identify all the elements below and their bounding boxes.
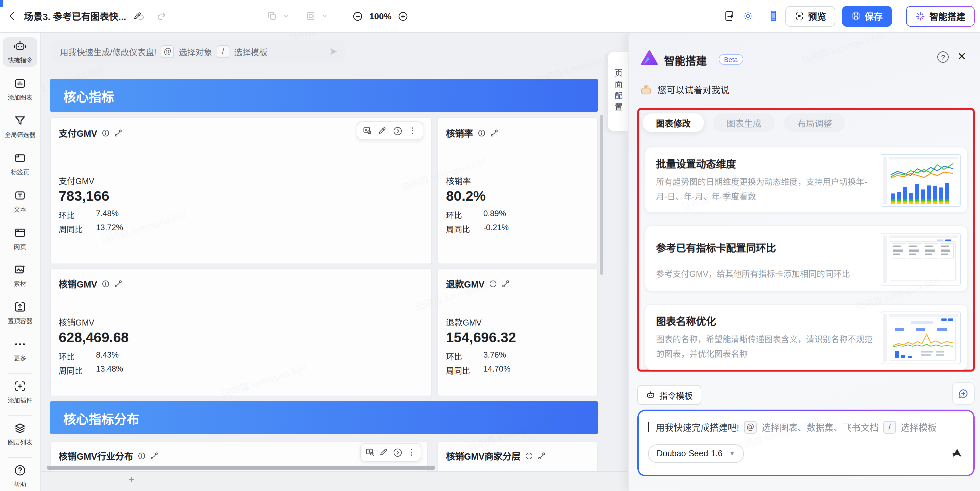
- undo-icon[interactable]: [135, 10, 146, 22]
- slash-label[interactable]: 选择模板: [900, 420, 937, 434]
- page-config-tab[interactable]: 页面配置: [608, 52, 628, 131]
- sidebar-item-help[interactable]: 帮助: [3, 462, 37, 491]
- at-chip[interactable]: @: [161, 45, 174, 58]
- suggestion-chart-name-optimize[interactable]: 图表名称优化 图表的名称，希望能清晰传递图表含义，请识别名称不规范的图表，并优化…: [645, 304, 968, 370]
- sidebar-item-text[interactable]: 文本: [3, 187, 37, 216]
- chevron-down-icon[interactable]: [321, 13, 328, 19]
- tab-layout-adjust[interactable]: 布局调整: [784, 113, 845, 132]
- horizontal-scrollbar[interactable]: [47, 465, 435, 470]
- expand-icon[interactable]: [392, 447, 402, 457]
- sidebar-item-assets[interactable]: 素材: [3, 261, 37, 290]
- chart-query-icon[interactable]: [363, 126, 372, 136]
- sidebar-item-webpage[interactable]: 网页: [3, 224, 37, 253]
- info-icon[interactable]: [101, 279, 110, 288]
- lineage-icon[interactable]: [537, 451, 546, 460]
- metric-label: 支付GMV: [59, 174, 123, 187]
- zoom-in-icon[interactable]: [398, 10, 409, 22]
- sidebar-item-label: 图层列表: [8, 438, 32, 447]
- metric-label: 核销率: [446, 174, 509, 187]
- vertical-scrollbar[interactable]: [600, 115, 603, 275]
- metric-card-redeem-rate[interactable]: 核销率 核销率 80.2% 环比0.89% 周同比-0.21%: [438, 117, 598, 264]
- edit-icon[interactable]: [378, 126, 387, 136]
- info-icon[interactable]: [137, 451, 146, 460]
- info-icon[interactable]: [488, 279, 497, 288]
- sidebar-item-add-chart[interactable]: 添加图表: [3, 75, 37, 104]
- tab-label: 图表修改: [656, 116, 690, 129]
- sidebar-item-global-filter[interactable]: 全局筛选器: [3, 112, 37, 142]
- suggestion-dynamic-dimension[interactable]: 批量设置动态维度 所有趋势图的日期维度更换为动态维度，支持用户切换年-月-日、年…: [645, 147, 968, 213]
- lineage-icon[interactable]: [150, 451, 159, 460]
- new-chat-button[interactable]: [952, 382, 975, 405]
- zoom-level[interactable]: 100%: [369, 11, 392, 21]
- slash-chip[interactable]: /: [217, 45, 229, 58]
- tabs-icon: [13, 151, 27, 164]
- more-icon: [13, 338, 27, 351]
- zoom-out-icon[interactable]: [352, 10, 363, 22]
- more-menu-icon[interactable]: [408, 126, 417, 136]
- top-bar: 场景3. 参考已有图表快... 100% 预览: [0, 0, 980, 33]
- tab-chart-modify[interactable]: 图表修改: [643, 113, 704, 132]
- back-icon[interactable]: [7, 11, 18, 21]
- chart-card-merchant-tier[interactable]: 核销GMV商家分层: [438, 441, 598, 471]
- section-banner-core-distribution[interactable]: 核心指标分布: [50, 401, 598, 434]
- sidebar-item-add-plugin[interactable]: 添加插件: [3, 378, 37, 407]
- send-button[interactable]: [951, 447, 964, 460]
- input-placeholder: 用我快速完成搭建吧!: [655, 420, 739, 434]
- lineage-icon[interactable]: [114, 128, 123, 137]
- card-title: 核销率: [446, 126, 473, 139]
- group-icon[interactable]: [305, 11, 316, 21]
- info-icon[interactable]: [477, 128, 486, 137]
- canvas-ai-input[interactable]: 用我快速生成/修改仪表盘! @ 选择对象 / 选择模板 ➤: [52, 40, 345, 63]
- at-chip[interactable]: @: [744, 421, 757, 433]
- select-template-label[interactable]: 选择模板: [234, 45, 267, 58]
- slash-chip[interactable]: /: [883, 421, 896, 433]
- model-selector[interactable]: Doubao-Seed-1.6 ▼: [648, 444, 744, 463]
- sidebar-item-pinned-container[interactable]: 置顶容器: [3, 298, 37, 328]
- metric-card-refund-gmv[interactable]: 退款GMV 退款GMV 154,696.32 环比3.76% 周同比14.70%: [438, 268, 598, 396]
- export-icon[interactable]: [723, 10, 735, 22]
- section-title: 核心指标分布: [63, 409, 139, 427]
- suggestion-reference-metric-card[interactable]: 参考已有指标卡配置同环比 参考支付GMV，给其他所有指标卡添加相同的同环比: [645, 225, 968, 292]
- tab-chart-generate[interactable]: 图表生成: [713, 113, 775, 132]
- close-icon[interactable]: ✕: [957, 50, 966, 63]
- metric-label: 核销GMV: [59, 316, 129, 328]
- chart-query-icon[interactable]: [365, 448, 375, 457]
- lineage-icon[interactable]: [114, 279, 123, 288]
- lineage-icon[interactable]: [490, 128, 498, 137]
- lineage-icon[interactable]: [501, 279, 510, 288]
- sidebar-item-quick-command[interactable]: 快捷指令: [3, 37, 37, 67]
- redo-icon[interactable]: [155, 10, 167, 22]
- send-icon[interactable]: ➤: [329, 45, 337, 57]
- chevron-down-icon[interactable]: [283, 13, 290, 19]
- section-banner-core-metrics[interactable]: 核心指标: [50, 79, 598, 112]
- save-button[interactable]: 保存: [842, 6, 892, 26]
- smart-build-button[interactable]: 智能搭建: [906, 6, 975, 26]
- suggestion-thumbnail-named-charts: [881, 312, 961, 364]
- more-menu-icon[interactable]: [407, 448, 416, 457]
- add-page-button[interactable]: +: [129, 473, 135, 485]
- sidebar-item-more[interactable]: 更多: [3, 336, 37, 365]
- tab-label: 图表生成: [727, 116, 761, 129]
- tab-label: 布局调整: [797, 116, 832, 129]
- sidebar-item-tab-page[interactable]: 标签页: [3, 150, 37, 179]
- panel-ai-input[interactable]: 用我快速完成搭建吧! @ 选择图表、数据集、飞书文档 / 选择模板 Doubao…: [637, 410, 975, 476]
- template-button-label: 指令模板: [659, 389, 693, 401]
- sidebar-item-layer-list[interactable]: 图层列表: [3, 419, 37, 449]
- expand-icon[interactable]: [392, 126, 402, 136]
- metric-row-value: 3.76%: [483, 350, 506, 362]
- preview-button[interactable]: 预览: [785, 6, 835, 26]
- select-object-label[interactable]: 选择对象: [179, 45, 212, 58]
- copy-icon[interactable]: [267, 11, 277, 21]
- info-icon[interactable]: [525, 451, 533, 460]
- mobile-preview-icon[interactable]: [768, 10, 779, 23]
- help-icon[interactable]: ?: [937, 51, 949, 63]
- info-icon[interactable]: [101, 128, 110, 137]
- metric-row-name: 环比: [446, 209, 483, 220]
- edit-icon[interactable]: [379, 448, 388, 457]
- at-label[interactable]: 选择图表、数据集、飞书文档: [762, 420, 879, 434]
- metric-row-name: 环比: [446, 350, 483, 362]
- metric-card-redeem-gmv[interactable]: 核销GMV 核销GMV 628,469.68 环比8.43% 周同比13.48%: [50, 268, 432, 396]
- settings-gear-icon[interactable]: [742, 10, 754, 22]
- command-template-button[interactable]: 指令模板: [637, 385, 702, 405]
- asset-icon: [13, 263, 27, 277]
